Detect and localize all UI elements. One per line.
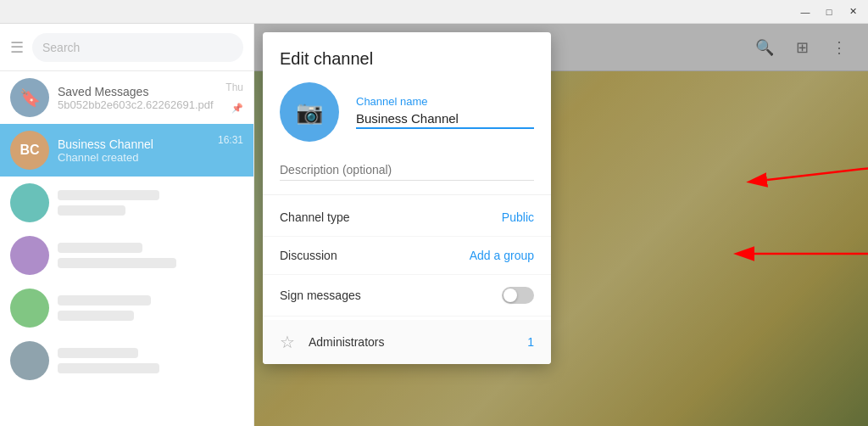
chat-msg-bc: Channel created — [58, 151, 243, 164]
avatar-bc: BC — [10, 131, 49, 170]
svg-line-2 — [767, 163, 868, 180]
maximize-button[interactable]: □ — [817, 3, 841, 20]
avatar-purple — [10, 236, 49, 275]
chat-name-saved: Saved Messages — [58, 85, 243, 98]
setting-row-sign-messages: Sign messages — [263, 275, 551, 317]
blurred-row-1 — [0, 177, 253, 229]
channel-name-section: Channel name — [356, 95, 534, 129]
discussion-label: Discussion — [280, 249, 337, 262]
chat-item-saved[interactable]: 🔖 Saved Messages 5b052bb2e603c2.62262691… — [0, 71, 253, 124]
sidebar-header: ☰ Search — [0, 24, 253, 71]
blurred-row-4 — [0, 334, 253, 387]
search-bar[interactable]: Search — [32, 33, 243, 62]
setting-row-discussion: Discussion Add a group — [263, 237, 551, 275]
channel-name-input[interactable] — [356, 111, 534, 129]
sign-messages-toggle[interactable] — [502, 287, 534, 304]
chat-time-saved: Thu — [225, 81, 243, 93]
avatar-dark — [10, 341, 49, 380]
app: ☰ Search 🔖 Saved Messages 5b052bb2e603c2… — [0, 24, 868, 426]
channel-name-label: Channel name — [356, 95, 534, 108]
modal-overlay: Edit channel 📷 Channel name — [254, 24, 868, 426]
chat-msg-saved: 5b052bb2e603c2.62262691.pdf — [58, 98, 243, 111]
admin-label: Administrators — [309, 335, 514, 349]
minimize-button[interactable]: — — [793, 3, 817, 20]
chat-name-bc: Business Channel — [58, 137, 243, 151]
star-icon: ☆ — [280, 332, 295, 352]
avatar-label-bc: BC — [19, 143, 39, 158]
blurred-row-3 — [0, 282, 253, 334]
setting-row-channel-type: Channel type Public — [263, 199, 551, 237]
chat-info-saved: Saved Messages 5b052bb2e603c2.62262691.p… — [58, 85, 243, 111]
description-section — [263, 155, 551, 195]
main-area: Business Channel 1 member 🔍 ⊞ ⋮ Edit cha… — [254, 24, 868, 426]
camera-icon: 📷 — [296, 99, 323, 126]
annotation-arrows — [509, 71, 868, 426]
channel-avatar-button[interactable]: 📷 — [280, 82, 339, 142]
chat-info-bc: Business Channel Channel created — [58, 137, 243, 164]
admin-row[interactable]: ☆ Administrators 1 — [263, 320, 551, 364]
close-button[interactable]: ✕ — [841, 3, 865, 20]
sign-messages-label: Sign messages — [280, 289, 361, 302]
sidebar: ☰ Search 🔖 Saved Messages 5b052bb2e603c2… — [0, 24, 254, 426]
chat-item-business-channel[interactable]: BC Business Channel Channel created 16:3… — [0, 124, 253, 177]
modal-title: Edit channel — [263, 32, 551, 82]
hamburger-icon[interactable]: ☰ — [10, 38, 24, 57]
avatar-saved: 🔖 — [10, 78, 49, 117]
channel-type-value[interactable]: Public — [502, 210, 534, 224]
chat-time-bc: 16:31 — [218, 134, 243, 146]
channel-type-label: Channel type — [280, 210, 350, 224]
blurred-row-2 — [0, 229, 253, 282]
edit-channel-modal: Edit channel 📷 Channel name — [263, 32, 551, 364]
avatar-green — [10, 289, 49, 328]
channel-photo-section: 📷 Channel name — [263, 82, 551, 155]
discussion-value[interactable]: Add a group — [470, 249, 534, 262]
description-input[interactable] — [280, 163, 534, 181]
settings-section: Channel type Public Discussion Add a gro… — [263, 195, 551, 320]
search-placeholder: Search — [42, 41, 80, 54]
pin-icon: 📌 — [231, 103, 243, 114]
avatar-teal — [10, 183, 49, 222]
admin-count: 1 — [527, 335, 534, 349]
title-bar: — □ ✕ — [0, 0, 868, 24]
